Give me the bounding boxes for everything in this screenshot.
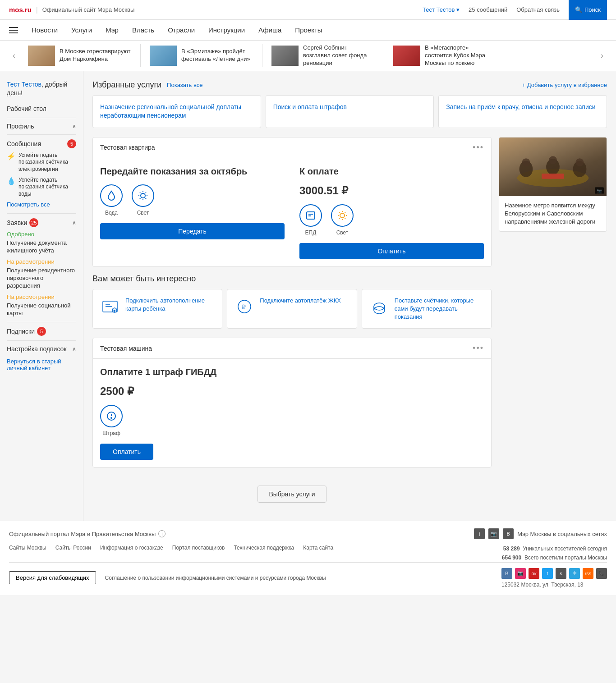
sidebar-alert-electricity-text: Успейте подать показания счётчика электр… bbox=[18, 152, 76, 173]
sidebar-status-review1[interactable]: На рассмотрении bbox=[7, 258, 76, 265]
ticker-item-2[interactable]: В «Эрмитаже» пройдёт фестиваль «Летние д… bbox=[141, 44, 262, 67]
ticker-item-4[interactable]: В «Мегаспорте» состоится Кубок Мэра Моск… bbox=[384, 44, 506, 67]
fine-icon-item[interactable]: Штраф bbox=[100, 405, 123, 436]
car-widget-menu[interactable]: ••• bbox=[473, 344, 484, 353]
footer-link-goszakaz[interactable]: Информация о госзаказе bbox=[100, 545, 163, 551]
footer-stat-total: 654 900 Всего посетили порталы Москвы bbox=[502, 554, 607, 562]
feedback-link[interactable]: Обратная связь bbox=[516, 6, 560, 13]
service-card-3[interactable]: Запись на приём к врачу, отмена и перено… bbox=[438, 95, 607, 128]
footer-link-suppliers[interactable]: Портал поставщиков bbox=[172, 545, 225, 551]
sidebar-applications-header[interactable]: Заявки 25 ∧ bbox=[7, 218, 76, 227]
footer-logo: Официальный портал Мэра и Правительства … bbox=[9, 530, 165, 537]
svg-line-20 bbox=[339, 218, 340, 219]
main-nav: Новости Услуги Мэр Власть Отрасли Инстру… bbox=[0, 20, 616, 41]
nav-item-projects[interactable]: Проекты bbox=[295, 26, 322, 34]
search-label: Поиск bbox=[584, 6, 601, 13]
epd-icon bbox=[299, 204, 322, 227]
sidebar-greeting: Тест Тестов, добрый день! bbox=[7, 80, 76, 98]
search-button[interactable]: 🔍 Поиск bbox=[569, 0, 607, 20]
epd-label: ЕПД bbox=[299, 229, 322, 236]
messages-link[interactable]: 25 сообщений bbox=[469, 6, 507, 13]
svg-point-37 bbox=[522, 158, 530, 166]
interesting-card-1[interactable]: + Подключить автопополнение карты ребёнк… bbox=[92, 289, 222, 329]
sidebar-back-link[interactable]: Вернуться в старый личный кабинет bbox=[7, 358, 76, 371]
social-icon-instagram[interactable]: 📷 bbox=[488, 528, 499, 539]
pay-light-icon-item[interactable]: Свет bbox=[331, 204, 354, 236]
pay-light-icon bbox=[331, 204, 354, 227]
social-icon-skype-bottom[interactable]: s bbox=[556, 568, 566, 579]
site-logo[interactable]: mos.ru bbox=[9, 6, 32, 14]
sidebar-settings-header[interactable]: Настройка подписок ∧ bbox=[7, 345, 76, 353]
social-icon-ok-bottom[interactable]: ок bbox=[529, 568, 539, 579]
apartment-widget-menu[interactable]: ••• bbox=[473, 143, 484, 152]
footer-portal-text: Официальный портал Мэра и Правительства … bbox=[9, 531, 156, 537]
footer-link-sites-moscow[interactable]: Сайты Москвы bbox=[9, 545, 46, 551]
epd-icon-item[interactable]: ЕПД bbox=[299, 204, 322, 236]
sidebar-applications-label: Заявки bbox=[7, 219, 27, 226]
footer-info-icon[interactable]: i bbox=[158, 530, 165, 537]
sidebar-status-review2[interactable]: На рассмотрении bbox=[7, 293, 76, 300]
svg-line-18 bbox=[345, 218, 345, 219]
pay-button[interactable]: Оплатить bbox=[299, 243, 484, 259]
social-icon-phone-bottom[interactable]: 📞 bbox=[596, 568, 607, 579]
nav-item-instructions[interactable]: Инструкции bbox=[208, 26, 245, 34]
featured-show-all[interactable]: Показать все bbox=[167, 82, 202, 88]
ticker-prev[interactable]: ‹ bbox=[9, 51, 19, 60]
content-area: Избранные услуги Показать все + Добавить… bbox=[83, 71, 616, 521]
ticker-item-1[interactable]: В Москве отреставрируют Дом Наркомфина bbox=[19, 44, 141, 67]
sidebar-subscriptions-badge: 5 bbox=[37, 327, 46, 336]
user-name-button[interactable]: Тест Тестов ▾ bbox=[423, 6, 460, 13]
nav-item-services[interactable]: Услуги bbox=[71, 26, 92, 34]
car-pay-button[interactable]: Оплатить bbox=[100, 444, 153, 460]
sidebar-subscriptions-header[interactable]: Подписки 5 bbox=[7, 327, 76, 336]
news-card-main[interactable]: 📷 Наземное метро появится между Белорусс… bbox=[499, 137, 607, 232]
sidebar-profile-label: Профиль bbox=[7, 123, 34, 130]
accessibility-button[interactable]: Версия для слабовидящих bbox=[9, 571, 96, 584]
interesting-card-2[interactable]: ₽ Подключите автоплатёж ЖКХ bbox=[227, 289, 357, 329]
sidebar-messages-header[interactable]: Сообщения 5 bbox=[7, 139, 76, 148]
sidebar-item-housing-doc[interactable]: Получение документа жилищного учёта bbox=[7, 239, 76, 255]
social-icon-telegram-bottom[interactable]: ✈ bbox=[569, 568, 580, 579]
hamburger-menu[interactable] bbox=[9, 27, 18, 33]
social-icon-twitter-bottom[interactable]: t bbox=[542, 568, 553, 579]
social-icon-vk-bottom[interactable]: В bbox=[501, 568, 512, 579]
service-card-2[interactable]: Поиск и оплата штрафов bbox=[266, 95, 434, 128]
nav-item-afisha[interactable]: Афиша bbox=[258, 26, 281, 34]
nav-item-power[interactable]: Власть bbox=[132, 26, 154, 34]
social-icon-instagram-bottom[interactable]: 📷 bbox=[515, 568, 526, 579]
ticker-text-4: В «Мегаспорте» состоится Кубок Мэра Моск… bbox=[425, 44, 497, 67]
select-services-button[interactable]: Выбрать услуги bbox=[257, 486, 326, 503]
nav-item-sectors[interactable]: Отрасли bbox=[168, 26, 195, 34]
ticker-items: В Москве отреставрируют Дом Наркомфина В… bbox=[19, 44, 597, 67]
submit-readings-col: Передайте показания за октябрь bbox=[100, 165, 285, 259]
nav-item-mayor[interactable]: Мэр bbox=[106, 26, 119, 34]
social-icon-twitter[interactable]: t bbox=[474, 528, 485, 539]
sidebar-see-all-link[interactable]: Посмотреть все bbox=[7, 201, 76, 208]
footer-link-sites-russia[interactable]: Сайты России bbox=[55, 545, 91, 551]
sidebar-item-social-card[interactable]: Получение социальной карты bbox=[7, 302, 76, 317]
ticker-next[interactable]: › bbox=[597, 51, 607, 60]
social-icon-vk[interactable]: В bbox=[503, 528, 514, 539]
footer-stat-total-label: Всего посетили порталы Москвы bbox=[524, 555, 607, 561]
svg-point-34 bbox=[111, 417, 112, 418]
sidebar-user-name[interactable]: Тест Тестов bbox=[7, 81, 41, 88]
svg-text:₽: ₽ bbox=[242, 303, 246, 311]
footer-link-support[interactable]: Техническая поддержка bbox=[234, 545, 294, 551]
sidebar-status-approved[interactable]: Одобрено bbox=[7, 231, 76, 238]
light-meter-icon-item[interactable]: Свет bbox=[132, 184, 154, 216]
footer-link-sitemap[interactable]: Карта сайта bbox=[303, 545, 333, 551]
news-card-title: Наземное метро появится между Белорусски… bbox=[505, 202, 601, 226]
social-icon-rss-bottom[interactable]: rss bbox=[583, 568, 593, 579]
select-services-bar: Выбрать услуги bbox=[92, 477, 492, 512]
sidebar-desktop-link[interactable]: Рабочий стол bbox=[7, 105, 76, 112]
side-column: 📷 Наземное метро появится между Белорусс… bbox=[499, 137, 607, 512]
featured-add-button[interactable]: + Добавить услугу в избранное bbox=[522, 82, 607, 88]
service-card-1[interactable]: Назначение региональной социальной допла… bbox=[92, 95, 261, 128]
submit-readings-button[interactable]: Передать bbox=[100, 223, 285, 239]
water-meter-icon-item[interactable]: Вода bbox=[100, 184, 123, 216]
nav-item-news[interactable]: Новости bbox=[32, 26, 58, 34]
ticker-item-3[interactable]: Сергей Собянин возглавил совет фонда рен… bbox=[262, 44, 384, 67]
sidebar-item-parking[interactable]: Получение резидентного парковочного разр… bbox=[7, 267, 76, 290]
interesting-card-3[interactable]: Поставьте счётчики, которые сами будут п… bbox=[362, 289, 492, 329]
sidebar-profile-header[interactable]: Профиль ∧ bbox=[7, 123, 76, 130]
